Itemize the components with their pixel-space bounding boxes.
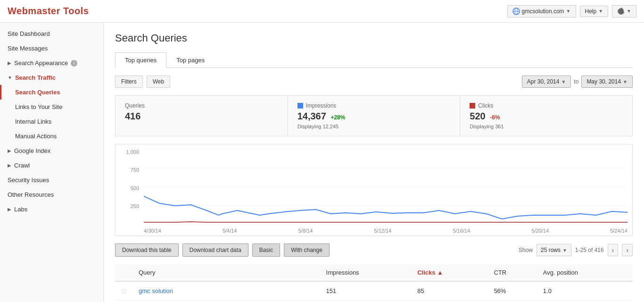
chart-x-labels: 4/30/14 5/4/14 5/8/14 5/12/14 5/16/14 5/… [144,226,627,235]
controls-row: Filters Web Apr 30, 2014 ▼ to May 30, 20… [115,76,633,88]
with-change-button[interactable]: With change [284,243,330,257]
row-query: software companies in indore [133,301,321,302]
rows-select[interactable]: 25 rows ▼ [537,244,571,256]
sidebar-item-site-dashboard[interactable]: Site Dashboard [0,26,103,41]
table-row: ☆ software companies in indore 518 42 8%… [115,301,633,302]
impressions-color-dot [297,103,303,109]
help-label: Help [585,8,597,15]
download-table-button[interactable]: Download this table [115,243,179,257]
main-content: Search Queries Top queries Top pages Fil… [104,23,644,302]
show-label: Show [519,247,533,253]
sidebar-item-other-resources[interactable]: Other Resources [0,187,103,202]
pagination-prev[interactable]: ‹ [608,244,619,256]
controls-right: Apr 30, 2014 ▼ to May 30, 2014 ▼ [522,76,633,88]
col-star [115,264,133,281]
x-label-6: 5/20/14 [531,228,549,234]
x-label-7: 5/24/14 [610,228,627,234]
sidebar-item-internal-links[interactable]: Internal Links [0,114,103,129]
site-selector[interactable]: gmcsolution.com ▼ [507,5,576,17]
sidebar-item-search-queries[interactable]: Search Queries [0,85,103,100]
help-dropdown-arrow: ▼ [598,8,603,14]
sidebar-item-labs[interactable]: ▶ Labs [0,202,103,217]
controls-left: Filters Web [115,76,170,88]
row-clicks: 42 [412,301,488,302]
stat-queries-value: 416 [125,111,278,122]
sidebar-label-labs: Labs [14,206,27,213]
row-clicks: 85 [412,281,488,301]
header-right: gmcsolution.com ▼ Help ▼ ▼ [507,5,636,17]
rows-label: 25 rows [541,247,561,253]
stat-impressions-sub: Displaying 12,245 [297,124,451,129]
filters-button[interactable]: Filters [115,76,143,88]
google-index-expand-arrow: ▶ [8,148,11,153]
sidebar-label-security-issues: Security Issues [8,176,49,184]
col-ctr[interactable]: CTR [488,264,537,281]
sidebar: Site Dashboard Site Messages ▶ Search Ap… [0,23,104,302]
clicks-change: -6% [490,114,500,121]
action-row: Download this table Download chart data … [115,243,633,257]
col-impressions[interactable]: Impressions [321,264,412,281]
query-link-0[interactable]: gmc solution [139,287,173,294]
y-label-500: 500 [120,185,139,191]
download-chart-button[interactable]: Download chart data [182,243,248,257]
sidebar-item-crawl[interactable]: ▶ Crawl [0,158,103,173]
tab-top-pages[interactable]: Top pages [166,52,215,68]
col-clicks[interactable]: Clicks ▲ [412,264,488,281]
y-label-750: 750 [120,167,139,173]
settings-button[interactable]: ▼ [612,5,636,17]
tab-top-queries[interactable]: Top queries [115,52,166,68]
star-icon-0[interactable]: ☆ [121,287,127,295]
row-ctr: 8% [488,301,537,302]
sidebar-item-links-to-your-site[interactable]: Links to Your Site [0,100,103,114]
stat-queries-label: Queries [125,102,278,109]
action-right: Show 25 rows ▼ 1-25 of 416 ‹ › [519,244,633,256]
pagination-info: 1-25 of 416 [575,247,604,253]
date-to-button[interactable]: May 30, 2014 ▼ [581,76,633,88]
row-impressions: 518 [321,301,412,302]
table-row: ☆ gmc solution 151 85 56% 1.0 [115,281,633,301]
chart-container: 1,000 750 500 250 [115,144,633,236]
row-star[interactable]: ☆ [115,301,133,302]
sidebar-item-search-appearance[interactable]: ▶ Search Appearance i [0,56,103,70]
clicks-color-dot [470,103,475,109]
globe-icon [512,8,520,15]
y-label-1000: 1,000 [120,149,139,155]
sidebar-item-manual-actions[interactable]: Manual Actions [0,129,103,143]
x-label-3: 5/8/14 [298,228,313,234]
sidebar-label-search-appearance: Search Appearance [14,59,68,67]
sidebar-item-site-messages[interactable]: Site Messages [0,41,103,56]
data-table: Query Impressions Clicks ▲ CTR Avg. posi… [115,264,633,302]
date-from-arrow: ▼ [561,79,566,84]
settings-dropdown-arrow: ▼ [627,8,631,14]
sidebar-item-google-index[interactable]: ▶ Google Index [0,143,103,158]
stat-clicks: Clicks 520 -6% Displaying 361 [460,96,632,136]
row-query: gmc solution [133,281,321,301]
sidebar-label-search-queries: Search Queries [15,89,60,96]
search-appearance-expand-arrow: ▶ [8,60,11,66]
row-ctr: 56% [488,281,537,301]
sidebar-item-search-traffic[interactable]: ▼ Search Traffic [0,70,103,85]
y-label-250: 250 [120,203,139,209]
date-from-button[interactable]: Apr 30, 2014 ▼ [522,76,571,88]
rows-dropdown-arrow: ▼ [562,248,567,253]
basic-button[interactable]: Basic [252,243,280,257]
help-button[interactable]: Help ▼ [580,6,609,17]
web-button[interactable]: Web [147,76,170,88]
col-query[interactable]: Query [133,264,321,281]
page-title: Search Queries [115,32,633,44]
row-impressions: 151 [321,281,412,301]
stat-impressions-label: Impressions [297,102,451,109]
sidebar-label-crawl: Crawl [14,162,30,169]
row-star[interactable]: ☆ [115,281,133,301]
chart-svg-wrapper [144,149,627,226]
stat-clicks-label: Clicks [470,102,623,109]
row-avg-position: 4.1 [537,301,633,302]
tabs: Top queries Top pages [115,52,633,68]
x-label-1: 4/30/14 [144,228,161,234]
date-to-label: May 30, 2014 [586,78,621,85]
pagination-next[interactable]: › [622,244,633,256]
sidebar-item-security-issues[interactable]: Security Issues [0,173,103,187]
col-avg-position[interactable]: Avg. position [537,264,633,281]
app-title: Webmaster Tools [8,6,89,17]
header: Webmaster Tools gmcsolution.com ▼ Help ▼… [0,0,644,23]
